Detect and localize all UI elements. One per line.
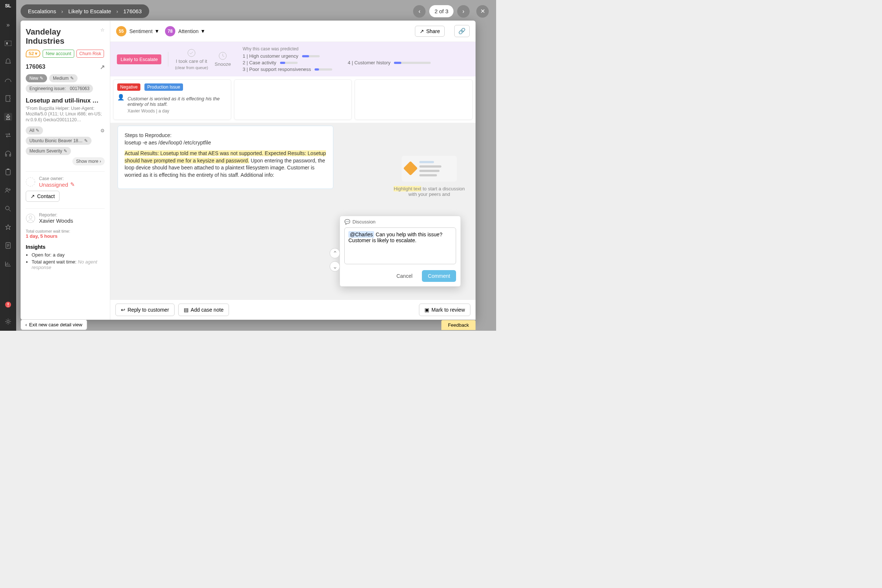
nav-ticket-icon[interactable] (4, 94, 12, 102)
pager-prev-button[interactable]: ‹ (413, 5, 426, 18)
comment-button[interactable]: Comment (422, 270, 456, 282)
note-icon: ▤ (184, 307, 189, 313)
score-header: 55 Sentiment ▾ 78 Attention ▾ ↗Share 🔗 (110, 21, 476, 42)
chevron-right-icon: › (116, 8, 118, 14)
took-care-button[interactable]: I took care of it (clear from queue) (175, 49, 208, 70)
nav-escalate-icon[interactable] (4, 113, 12, 121)
message: Steps to Reproduce:losetup -e aes /dev/l… (118, 126, 333, 189)
exit-button[interactable]: ‹ Exit new case detail view (21, 320, 87, 330)
status-tag[interactable]: New ✎ (26, 74, 47, 82)
case-main: 55 Sentiment ▾ 78 Attention ▾ ↗Share 🔗 L… (110, 21, 476, 320)
snooze-button[interactable]: Snooze (214, 52, 231, 67)
account-name: Vandelay Industries (26, 27, 100, 46)
external-link-icon[interactable]: ↗ (100, 64, 105, 70)
priority-tag[interactable]: Medium ✎ (49, 74, 78, 82)
svg-rect-0 (5, 41, 11, 46)
prediction-band: Likely to Escalate I took care of it (cl… (110, 42, 476, 76)
mark-review-button[interactable]: ▣Mark to review (419, 303, 470, 316)
case-owner: Case owner: Unassigned ✎ ↗Contact (26, 171, 105, 202)
chip-severity[interactable]: Medium Severity ✎ (26, 147, 71, 155)
chevron-down-icon: ▾ (156, 28, 158, 34)
chip-os[interactable]: Ubuntu Bionic Beaver 18… ✎ (26, 137, 92, 145)
nav-clipboard-icon[interactable] (4, 168, 12, 176)
likely-to-escalate-badge: Likely to Escalate (117, 54, 161, 64)
feedback-button[interactable]: Feedback (441, 320, 476, 330)
close-button[interactable]: ✕ (476, 5, 489, 18)
share-icon: ↗ (420, 28, 424, 34)
svg-point-12 (26, 177, 35, 186)
svg-point-5 (9, 189, 10, 190)
nav-settings-icon[interactable] (4, 318, 12, 326)
chevron-right-icon: › (62, 8, 63, 14)
nav-bell-icon[interactable] (4, 58, 12, 66)
breadcrumb: Escalations › Likely to Escalate › 17606… (21, 4, 149, 18)
pager: ‹ 2 of 3 › ✕ (413, 5, 489, 18)
signal-cards: Negative Production Issue 👤 Customer is … (110, 76, 476, 123)
topbar: Escalations › Likely to Escalate › 17606… (21, 4, 489, 18)
nav-star-icon[interactable] (4, 223, 12, 231)
pencil-icon: ✎ (36, 128, 39, 133)
insights: Insights Open for: a day Total agent wai… (26, 244, 105, 272)
discussion-popover: ⌃ ⌄ 💬Discussion @Charles Can you help wi… (340, 216, 461, 286)
svg-rect-3 (7, 169, 9, 170)
negative-badge: Negative (117, 83, 140, 91)
svg-rect-9 (8, 303, 9, 305)
discussion-next[interactable]: ⌄ (330, 261, 340, 272)
chevron-down-icon: ▾ (201, 28, 204, 34)
attention-score[interactable]: 78 Attention ▾ (165, 26, 204, 36)
nav-dashboard-icon[interactable] (4, 39, 12, 47)
add-note-button[interactable]: ▤Add case note (178, 303, 230, 316)
nav-doc-icon[interactable] (4, 242, 12, 249)
pencil-icon: ✎ (70, 76, 74, 81)
action-bar: ↩Reply to customer ▤Add case note ▣Mark … (110, 300, 476, 320)
reply-icon: ↩ (121, 307, 125, 313)
svg-point-11 (7, 321, 9, 322)
pager-next-button[interactable]: › (457, 5, 470, 18)
discussion-prev[interactable]: ⌃ (330, 248, 340, 258)
nav-gauge-icon[interactable] (4, 76, 12, 84)
clock-icon (219, 52, 227, 60)
settings-icon[interactable]: ⚙ (100, 128, 105, 134)
case-description: "From Bugzilla Helper: User-Agent: Mozil… (26, 106, 105, 123)
copy-link-button[interactable]: 🔗 (454, 25, 470, 37)
account-health-score[interactable]: 52 ▾ (26, 50, 40, 57)
contact-button[interactable]: ↗Contact (26, 191, 60, 202)
customer-wait-time: Total customer wait time: 1 day, 5 hours (26, 229, 105, 239)
engineering-issue-tag: Engineering issue: 00176063 (26, 84, 93, 93)
chip-all[interactable]: All ✎ (26, 126, 43, 135)
nav-headset-icon[interactable] (4, 150, 12, 158)
pager-count: 2 of 3 (429, 5, 453, 17)
star-icon[interactable]: ☆ (100, 27, 105, 33)
nav-expand-icon[interactable]: » (4, 21, 12, 29)
show-more-button[interactable]: Show more › (72, 157, 105, 165)
crumb-root[interactable]: Escalations (28, 8, 56, 14)
nav-chart-icon[interactable] (4, 260, 12, 268)
chevron-down-icon: ▾ (35, 51, 38, 56)
bookmark-icon: ▣ (424, 307, 429, 313)
signal-card[interactable]: Negative Production Issue 👤 Customer is … (113, 80, 231, 120)
nav-search-icon[interactable] (4, 205, 12, 213)
production-issue-badge: Production Issue (144, 83, 183, 91)
link-icon: 🔗 (458, 28, 466, 34)
person-icon: 👤 (117, 94, 124, 114)
crumb-case[interactable]: 176063 (123, 8, 141, 14)
pencil-icon: ✎ (40, 76, 44, 81)
svg-point-6 (6, 206, 9, 210)
pencil-icon[interactable]: ✎ (70, 181, 75, 188)
nav-people-icon[interactable] (4, 186, 12, 194)
svg-rect-10 (8, 306, 9, 306)
case-reporter: Reporter: Xavier Woods (26, 208, 105, 224)
sentiment-score[interactable]: 55 Sentiment ▾ (116, 26, 158, 36)
nav-swap-icon[interactable] (4, 131, 12, 139)
share-button[interactable]: ↗Share (415, 26, 445, 37)
case-modal: Vandelay Industries ☆ 52 ▾ New account C… (21, 21, 476, 320)
discussion-illustration (402, 156, 457, 182)
nav-alert-icon[interactable] (4, 301, 12, 309)
case-summary-panel: Vandelay Industries ☆ 52 ▾ New account C… (21, 21, 110, 320)
crumb-filter[interactable]: Likely to Escalate (68, 8, 111, 14)
cancel-button[interactable]: Cancel (391, 270, 418, 282)
owner-avatar-icon (26, 177, 35, 187)
reply-button[interactable]: ↩Reply to customer (116, 303, 175, 316)
discussion-input[interactable]: @Charles Can you help with this issue? C… (344, 228, 456, 264)
signal-quote: Customer is worried as it is effecting h… (128, 96, 227, 107)
